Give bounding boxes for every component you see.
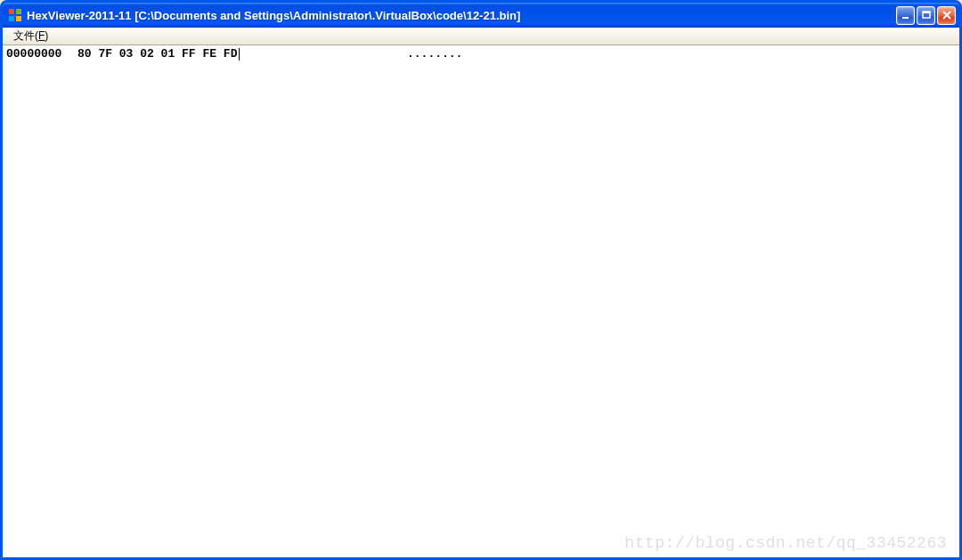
app-icon: [8, 8, 22, 22]
menu-file-hotkey: F: [38, 29, 45, 42]
svg-rect-6: [923, 12, 930, 13]
text-cursor: [239, 48, 240, 61]
svg-rect-0: [9, 9, 14, 14]
menu-file-label: 文件: [13, 29, 35, 42]
menubar: 文件(F): [3, 28, 959, 45]
hex-offset: 00000000: [6, 47, 77, 61]
app-window: HexViewer-2011-11 [C:\Documents and Sett…: [0, 0, 962, 560]
svg-rect-3: [16, 16, 21, 21]
close-button[interactable]: [937, 6, 956, 25]
titlebar[interactable]: HexViewer-2011-11 [C:\Documents and Sett…: [3, 3, 959, 28]
svg-rect-2: [9, 16, 14, 21]
svg-rect-4: [902, 17, 909, 19]
maximize-button[interactable]: [917, 6, 935, 25]
watermark-text: http://blog.csdn.net/qq_33452263: [624, 534, 947, 552]
hex-row: 00000000 80 7F 03 02 01 FF FE FD .......…: [3, 46, 959, 61]
menu-file[interactable]: 文件(F): [8, 27, 53, 45]
minimize-button[interactable]: [896, 6, 915, 25]
svg-rect-1: [16, 9, 21, 14]
hex-ascii: ........: [407, 47, 462, 61]
window-controls: [896, 6, 956, 25]
window-title: HexViewer-2011-11 [C:\Documents and Sett…: [27, 9, 896, 22]
hex-bytes: 80 7F 03 02 01 FF FE FD: [77, 47, 407, 61]
hex-viewport[interactable]: 00000000 80 7F 03 02 01 FF FE FD .......…: [3, 45, 959, 557]
